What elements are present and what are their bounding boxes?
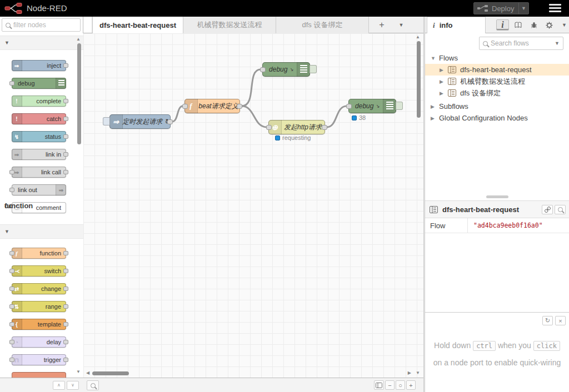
sidebar-menu-caret[interactable]: ▼ [562,22,567,28]
input-port[interactable] [346,104,352,109]
palette-node-trigger[interactable]: ⊓ trigger [12,354,66,365]
copy-link-button[interactable] [542,205,553,214]
canvas-node-inject[interactable]: ⇒ 定时发起请求 ↻ [109,114,171,129]
tab-info[interactable]: i info [427,17,486,33]
palette-filter-input[interactable] [13,21,74,29]
navigator-button[interactable] [374,380,384,390]
input-port[interactable] [9,287,14,291]
debug-toggle-button[interactable] [310,65,317,73]
palette-scroll-down-arrow[interactable]: ▼ [76,369,81,374]
debug-tool-button[interactable] [527,19,540,31]
palette-footer: ∧ ∨ [0,378,83,392]
config-tool-button[interactable] [543,19,556,31]
search-flows-input[interactable] [491,39,546,47]
workspace: dfs-heart-beat-request 机械臂数据发送流程 dfs 设备绑… [83,17,423,392]
find-node-button[interactable] [555,205,566,214]
canvas-scroll-down-arrow[interactable]: ▼ [416,370,420,375]
zoom-out-button[interactable]: − [385,380,395,390]
canvas-node-debug-2[interactable]: debug↘ [348,99,396,113]
canvas-scroll-right-arrow[interactable]: ▶ [408,370,411,375]
tip-text: Hold down ctrl when you click on a node … [425,337,569,371]
main-menu-button[interactable] [549,4,561,14]
panel-resize-handle[interactable] [486,195,508,198]
chevron-right-icon: ▶ [440,79,444,84]
search-options-caret[interactable]: ▼ [555,41,560,46]
input-port[interactable] [9,340,14,344]
tree-item-global-config[interactable]: ▶ Global Configuration Nodes [425,112,569,124]
expand-all-button[interactable]: ∨ [67,381,79,390]
flow-list-caret[interactable]: ▼ [395,17,408,33]
output-port[interactable] [63,170,68,174]
app-title: Node-RED [27,2,67,14]
palette-node-template[interactable]: { template [12,319,66,330]
tree-item-flow-2[interactable]: ▶ 机械臂数据发送流程 [425,76,569,87]
search-icon [483,41,488,46]
palette-scroll-up-arrow[interactable]: ▲ [76,37,81,42]
flow-tab-1[interactable]: dfs-heart-beat-request [92,17,183,33]
details-row-flow: Flow "ad4bca9eeb0f16a0" [425,218,569,233]
output-port[interactable] [63,340,68,344]
deploy-button[interactable]: Deploy ▼ [473,2,529,14]
flow-tab-2[interactable]: 机械臂数据发送流程 [183,17,276,33]
add-flow-button[interactable]: + [373,17,390,33]
debug-toggle-button[interactable] [396,102,403,110]
info-tool-button[interactable]: i [496,19,509,31]
palette-scrollbar[interactable] [77,43,81,144]
output-port[interactable] [237,104,242,109]
flow-canvas[interactable]: ⇒ 定时发起请求 ↻ f beat请求定义 debug↘ ⊕ 发 [83,33,423,378]
output-port[interactable] [63,269,68,273]
palette-node-range[interactable]: ⇅ range [12,301,66,312]
deploy-options-caret[interactable]: ▼ [518,3,528,14]
palette-node-function[interactable]: f function [12,248,66,259]
output-port[interactable] [63,251,68,255]
output-port[interactable] [63,304,68,309]
search-flows-box[interactable]: ▼ [479,37,563,50]
tree-item-flow-1[interactable]: ▶ dfs-heart-beat-request [425,64,569,76]
output-port[interactable] [63,358,68,362]
tree-item-subflows[interactable]: ▶ Subflows [425,100,569,112]
canvas-node-http-request[interactable]: ⊕ 发起http请求 [268,120,325,134]
tree-item-flow-3[interactable]: ▶ dfs 设备绑定 [425,87,569,99]
palette-node-exec[interactable] [12,372,66,378]
output-port[interactable] [63,99,68,103]
help-tool-button[interactable] [512,19,525,31]
input-port[interactable] [9,358,14,362]
input-port[interactable] [182,104,188,109]
output-port[interactable] [63,134,68,139]
input-port[interactable] [266,125,272,130]
zoom-reset-button[interactable]: ○ [396,380,405,390]
output-port[interactable] [63,322,68,326]
flow-tab-3[interactable]: dfs 设备绑定 [276,17,369,33]
tree-item-flows[interactable]: ▼ Flows [425,52,569,64]
collapse-all-button[interactable]: ∧ [53,381,65,390]
input-port[interactable] [260,67,266,72]
canvas-horizontal-scrollbar[interactable] [92,371,129,375]
output-port[interactable] [63,117,68,121]
output-port[interactable] [167,119,173,124]
output-port[interactable] [322,125,327,130]
output-port[interactable] [63,63,68,68]
palette-node-delay[interactable]: ◔ delay [12,336,66,348]
canvas-scroll-up-arrow[interactable]: ▲ [416,34,420,39]
input-port[interactable] [9,269,14,273]
input-port[interactable] [9,304,14,309]
output-port[interactable] [63,287,68,291]
palette-node-change[interactable]: ⇄ change [12,283,66,294]
canvas-scroll-left-arrow[interactable]: ◀ [86,370,89,375]
output-port[interactable] [63,152,68,157]
app-header: Node-RED Deploy ▼ [0,0,569,17]
next-tip-button[interactable]: ↻ [542,316,553,325]
palette-node-switch[interactable]: Y switch [12,265,66,277]
canvas-vertical-scrollbar[interactable] [417,41,421,118]
palette-filter[interactable] [2,18,81,32]
palette-category-function[interactable]: ▼ function [0,224,83,239]
input-port[interactable] [9,251,14,255]
close-tips-button[interactable]: × [555,316,566,325]
canvas-node-function[interactable]: f beat请求定义 [184,99,240,113]
canvas-node-debug-1[interactable]: debug↘ [262,62,310,77]
flow-icon [448,89,456,97]
canvas-search-button[interactable] [87,380,99,390]
zoom-in-button[interactable]: + [406,380,416,390]
node-status-http: requesting [275,134,311,141]
input-port[interactable] [9,322,14,326]
